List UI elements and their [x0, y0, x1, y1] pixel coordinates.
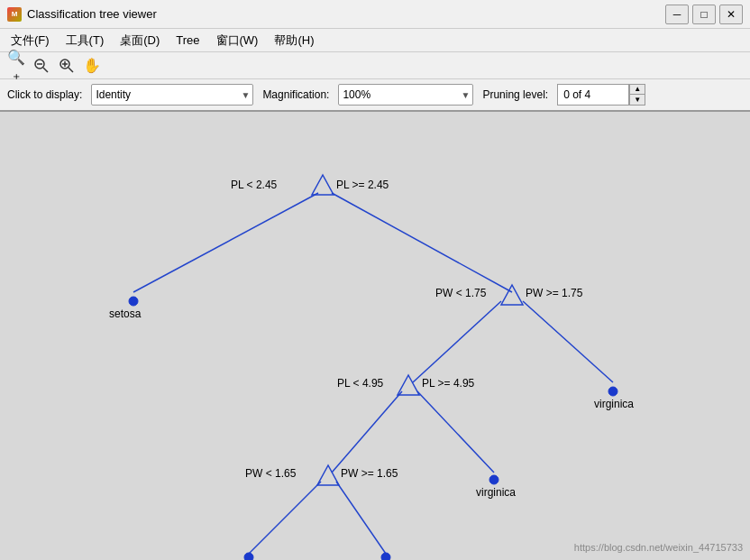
svg-point-35	[381, 553, 390, 560]
window-title: Classification tree viewer	[27, 7, 157, 21]
svg-text:setosa: setosa	[109, 308, 142, 320]
title-bar: M Classification tree viewer ─ □ ✕	[0, 0, 750, 29]
menu-window[interactable]: 窗口(W)	[209, 31, 266, 50]
magnification-label: Magnification:	[262, 88, 329, 101]
magnification-select[interactable]: 50% 75% 100% 150% 200%	[338, 84, 473, 106]
svg-line-7	[133, 193, 318, 292]
click-to-display-select[interactable]: Identity Probability Misclassification c…	[91, 84, 253, 106]
menu-bar: 文件(F) 工具(T) 桌面(D) Tree 窗口(W) 帮助(H)	[0, 29, 750, 52]
magnification-wrap: 50% 75% 100% 150% 200% ▼	[338, 84, 473, 106]
svg-text:PW < 1.75: PW < 1.75	[435, 287, 487, 299]
pruning-spinner: ▲ ▼	[629, 84, 645, 106]
menu-file[interactable]: 文件(F)	[4, 31, 57, 50]
svg-line-14	[336, 482, 386, 554]
minimize-button[interactable]: ─	[665, 5, 689, 24]
window-controls[interactable]: ─ □ ✕	[665, 5, 743, 24]
pruning-level-control: 0 of 4 ▲ ▼	[557, 84, 645, 106]
svg-text:PL >= 4.95: PL >= 4.95	[422, 377, 475, 390]
menu-desktop[interactable]: 桌面(D)	[113, 31, 167, 50]
svg-point-33	[244, 553, 253, 560]
svg-line-12	[417, 391, 494, 473]
tree-canvas: PL < 2.45 PL >= 2.45 setosa PW < 1.75 PW…	[0, 112, 750, 560]
menu-tools[interactable]: 工具(T)	[59, 31, 112, 50]
svg-line-10	[523, 301, 613, 382]
svg-line-11	[332, 391, 402, 473]
svg-line-13	[249, 482, 321, 554]
pruning-down-button[interactable]: ▼	[630, 95, 645, 105]
svg-text:PW >= 1.65: PW >= 1.65	[341, 467, 398, 480]
pruning-level-label: Pruning level:	[482, 88, 548, 101]
maximize-button[interactable]: □	[692, 5, 716, 24]
title-bar-left: M Classification tree viewer	[7, 7, 157, 22]
svg-point-18	[129, 297, 138, 306]
menu-tree[interactable]: Tree	[169, 32, 206, 49]
svg-text:PL >= 2.45: PL >= 2.45	[336, 179, 389, 191]
watermark: https://blog.csdn.net/weixin_44715733	[574, 542, 743, 553]
svg-point-23	[608, 387, 617, 396]
svg-line-8	[332, 193, 512, 292]
zoom-out-button[interactable]	[31, 55, 52, 77]
svg-line-1	[43, 68, 48, 72]
pan-button[interactable]: ✋	[81, 55, 103, 77]
app-icon: M	[7, 7, 22, 22]
svg-text:virginica: virginica	[476, 486, 516, 499]
svg-text:virginica: virginica	[594, 398, 634, 410]
click-to-display-wrap: Identity Probability Misclassification c…	[91, 84, 253, 106]
close-button[interactable]: ✕	[719, 5, 743, 24]
menu-help[interactable]: 帮助(H)	[267, 31, 321, 50]
zoom-in-tool[interactable]	[56, 55, 78, 77]
svg-marker-15	[312, 175, 334, 195]
svg-text:PL < 4.95: PL < 4.95	[337, 377, 384, 390]
svg-point-28	[489, 475, 498, 484]
click-to-display-label: Click to display:	[7, 88, 82, 101]
svg-text:PW >= 1.75: PW >= 1.75	[526, 287, 583, 299]
zoom-in-button[interactable]: 🔍₊	[5, 55, 27, 77]
controls-bar: Click to display: Identity Probability M…	[0, 79, 750, 112]
svg-line-4	[69, 68, 73, 72]
pruning-up-button[interactable]: ▲	[630, 85, 645, 95]
pruning-level-value: 0 of 4	[557, 84, 629, 106]
toolbar: 🔍₊ ✋	[0, 52, 750, 79]
svg-text:PL < 2.45: PL < 2.45	[231, 179, 278, 191]
svg-line-9	[413, 301, 501, 382]
tree-svg: PL < 2.45 PL >= 2.45 setosa PW < 1.75 PW…	[0, 112, 750, 560]
svg-text:PW < 1.65: PW < 1.65	[245, 467, 297, 480]
